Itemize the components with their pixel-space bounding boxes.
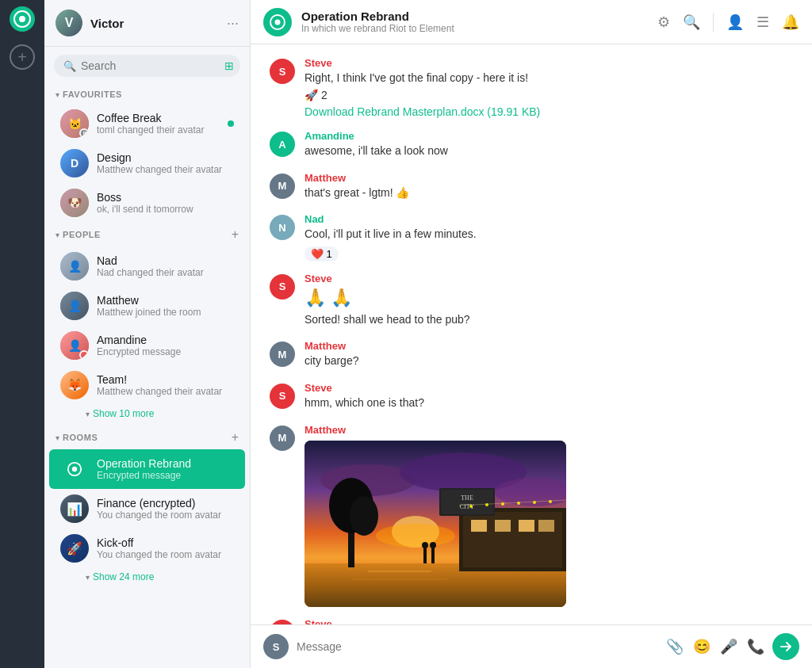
svg-rect-25 <box>441 490 493 514</box>
sender-amandine: Amandine <box>304 130 793 142</box>
emoji-icon[interactable]: 😊 <box>693 638 710 655</box>
finance-sub: You changed the room avatar <box>97 510 234 521</box>
sidebar-item-nad[interactable]: 👤 Nad Nad changed their avatar <box>49 246 245 286</box>
show-more-rooms[interactable]: ▾ Show 24 more <box>44 568 250 589</box>
svg-rect-23 <box>538 520 554 532</box>
sidebar-item-kickoff[interactable]: 🚀 Kick-off You changed the room avatar <box>49 529 245 568</box>
favourites-label: FAVOURITES <box>63 90 239 99</box>
matthew-sub: Matthew joined the room <box>97 307 234 318</box>
message-5-content: Steve 🙏 🙏 Sorted! shall we head to the p… <box>304 273 793 329</box>
app-logo[interactable] <box>10 6 35 32</box>
boss-info: Boss ok, i'll send it tomorrow <box>97 191 234 215</box>
msg-reaction-emoji-1: 🚀 2 <box>304 88 793 104</box>
mic-icon[interactable]: 🎤 <box>720 638 737 655</box>
message-group-6: M Matthew city barge? <box>270 340 793 371</box>
matthew-avatar-3: M <box>270 174 295 199</box>
sidebar-item-operation-rebrand[interactable]: Operation Rebrand Encrypted message <box>49 449 245 489</box>
matthew-name: Matthew <box>97 294 234 307</box>
input-user-avatar: S <box>263 634 289 659</box>
sidebar-item-team[interactable]: 🦊 Team! Matthew changed their avatar <box>49 365 245 405</box>
chat-room-info: Operation Rebrand In which we rebrand Ri… <box>301 10 648 34</box>
nad-name: Nad <box>97 254 234 267</box>
chat-room-sub: In which we rebrand Riot to Element <box>301 23 648 34</box>
msg-text-3: that's great - lgtm! 👍 <box>304 185 793 201</box>
widgets-icon[interactable]: ☰ <box>756 13 769 31</box>
message-4-content: Nad Cool, i'll put it live in a few minu… <box>304 213 793 261</box>
svg-point-36 <box>422 542 428 548</box>
people-section-header[interactable]: ▾ PEOPLE + <box>44 223 250 246</box>
settings-icon[interactable]: ⚙ <box>657 13 670 31</box>
coffee-break-dot <box>228 120 234 127</box>
team-name: Team! <box>97 373 234 386</box>
message-group-3: M Matthew that's great - lgtm! 👍 <box>270 172 793 203</box>
sidebar-item-coffee-break[interactable]: 🐱 ⏸ Coffee Break toml changed their avat… <box>49 104 245 143</box>
coffee-break-name: Coffee Break <box>97 112 220 124</box>
sender-steve-1: Steve <box>304 57 793 69</box>
sender-matthew-3: Matthew <box>304 424 793 436</box>
sender-matthew-1: Matthew <box>304 172 793 184</box>
message-1-content: Steve Right, I think I've got the final … <box>304 57 793 119</box>
team-sub: Matthew changed their avatar <box>97 386 234 397</box>
message-6-content: Matthew city barge? <box>304 340 793 371</box>
msg-text-2: awesome, i'll take a look now <box>304 143 793 159</box>
sidebar-item-design[interactable]: D Design Matthew changed their avatar <box>49 143 245 183</box>
nad-sub: Nad changed their avatar <box>97 267 234 278</box>
amandine-avatar: 👤 <box>60 331 89 360</box>
message-8-content: Matthew <box>304 424 793 607</box>
search-chat-icon[interactable]: 🔍 <box>683 13 700 31</box>
rooms-section-header[interactable]: ▾ ROOMS + <box>44 426 250 449</box>
message-input[interactable] <box>297 640 658 653</box>
add-room-button[interactable]: + <box>10 44 35 70</box>
boss-sub: ok, i'll send it tomorrow <box>97 204 234 215</box>
svg-rect-37 <box>431 548 435 563</box>
sidebar-item-amandine[interactable]: 👤 Amandine Encrypted message <box>49 326 245 365</box>
svg-point-33 <box>533 501 536 504</box>
download-link[interactable]: Download Rebrand Masterplan.docx (19.91 … <box>304 105 540 118</box>
svg-point-38 <box>430 542 436 548</box>
show-more-people[interactable]: ▾ Show 10 more <box>44 405 250 426</box>
svg-point-30 <box>485 503 488 506</box>
sender-steve-3: Steve <box>304 382 793 394</box>
rooms-label: ROOMS <box>63 433 228 442</box>
design-avatar: D <box>60 149 89 177</box>
attach-icon[interactable]: 📎 <box>666 638 684 655</box>
svg-rect-21 <box>495 520 511 532</box>
sidebar-more-button[interactable]: ··· <box>227 15 239 32</box>
search-input[interactable] <box>81 59 220 72</box>
nad-info: Nad Nad changed their avatar <box>97 254 234 278</box>
finance-avatar: 📊 <box>60 494 89 523</box>
send-button[interactable] <box>772 633 799 660</box>
chat-input-bar: S 📎 😊 🎤 📞 <box>251 624 812 668</box>
operation-rebrand-name: Operation Rebrand <box>97 457 234 470</box>
steve-avatar-5: S <box>270 274 295 300</box>
favourites-section-header[interactable]: ▾ FAVOURITES <box>44 85 250 104</box>
nad-avatar: 👤 <box>60 252 89 281</box>
message-group-1: S Steve Right, I think I've got the fina… <box>270 57 793 119</box>
sidebar-item-boss[interactable]: 🐶 Boss ok, i'll send it tomorrow <box>49 183 245 223</box>
operation-rebrand-info: Operation Rebrand Encrypted message <box>97 457 234 481</box>
design-info: Design Matthew changed their avatar <box>97 151 234 175</box>
sender-steve-2: Steve <box>304 273 793 284</box>
amandine-info: Amandine Encrypted message <box>97 334 234 357</box>
svg-point-31 <box>501 502 504 506</box>
chat-header: Operation Rebrand In which we rebrand Ri… <box>251 0 812 44</box>
svg-point-1 <box>19 16 25 22</box>
search-bar: 🔍 ⊞ <box>54 55 240 77</box>
call-icon[interactable]: 📞 <box>747 638 764 655</box>
notifications-icon[interactable]: 🔔 <box>782 13 799 31</box>
members-icon[interactable]: 👤 <box>726 13 744 31</box>
sidebar-item-finance[interactable]: 📊 Finance (encrypted) You changed the ro… <box>49 489 245 529</box>
add-room-sidebar-button[interactable]: + <box>232 430 239 445</box>
people-label: PEOPLE <box>63 230 228 239</box>
filter-icon[interactable]: ⊞ <box>224 59 234 72</box>
message-group-9: S Steve Ah, awesome. We can figure out t… <box>270 618 793 624</box>
finance-name: Finance (encrypted) <box>97 497 234 510</box>
coffee-break-sub: toml changed their avatar <box>97 124 220 136</box>
sidebar-item-matthew[interactable]: 👤 Matthew Matthew joined the room <box>49 286 245 326</box>
amandine-sub: Encrypted message <box>97 346 234 357</box>
msg-reaction-1[interactable]: ❤️ 1 <box>304 246 339 261</box>
add-person-button[interactable]: + <box>232 227 239 242</box>
msg-text-1: Right, I think I've got the final copy -… <box>304 71 793 86</box>
chat-header-icons: ⚙ 🔍 👤 ☰ 🔔 <box>657 13 799 32</box>
kickoff-sub: You changed the room avatar <box>97 549 234 560</box>
